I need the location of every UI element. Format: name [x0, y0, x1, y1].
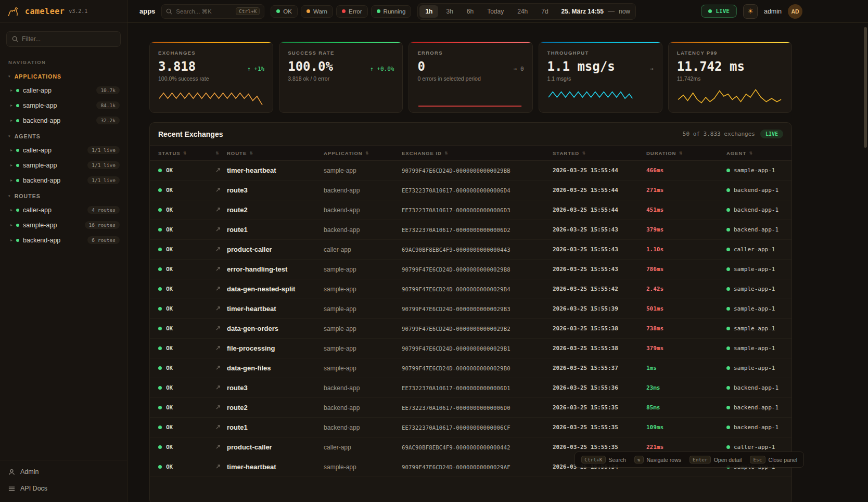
application-name: sample-app — [324, 167, 402, 174]
status-dot — [158, 169, 162, 172]
column-header-application[interactable]: APPLICATION⇅ — [324, 150, 402, 156]
column-header-duration[interactable]: DURATION⇅ — [646, 150, 726, 156]
hint-key: Esc — [750, 456, 765, 464]
table-row[interactable]: OK timer-heartbeat sample-app 90799F47E6… — [150, 299, 792, 319]
exchange-id: 90799F47E6CD24D-00000000000029B8 — [402, 266, 553, 273]
route-name: route2 — [227, 404, 324, 411]
sidebar-item-label: caller-app — [23, 207, 84, 214]
agent-status-dot — [726, 386, 730, 390]
sun-icon: ☀ — [747, 7, 754, 15]
section-label: ROUTES — [15, 193, 41, 199]
table-row[interactable]: OK product-caller caller-app 69AC90BF8EB… — [150, 240, 792, 260]
chevron-down-icon: ▾ — [8, 74, 11, 79]
avatar[interactable]: AD — [788, 4, 802, 19]
sidebar-item-agent[interactable]: ▸ backend-app 1/1 live — [0, 173, 127, 188]
duration-value: 23ms — [646, 384, 726, 391]
time-range-button[interactable]: 3h — [440, 5, 458, 18]
application-name: sample-app — [324, 305, 402, 313]
table-row[interactable]: OK data-gen-orders sample-app 90799F47E6… — [150, 319, 792, 339]
agent-name: backend-app-1 — [734, 207, 778, 213]
logo-row: cameleer v3.2.1 — [0, 0, 127, 23]
time-range-button[interactable]: 24h — [512, 5, 533, 18]
sidebar-item-route[interactable]: ▸ backend-app 6 routes — [0, 233, 127, 248]
time-range-button[interactable]: 1h — [419, 5, 438, 18]
sidebar-item-agent[interactable]: ▸ caller-app 1/1 live — [0, 143, 127, 158]
status-dot — [16, 149, 19, 152]
agent-name: backend-app-1 — [734, 404, 778, 411]
table-row[interactable]: OK route3 backend-app EE7322370A10617-00… — [150, 181, 792, 200]
status-filter-chip[interactable]: Warn — [301, 5, 333, 18]
application-name: backend-app — [324, 384, 402, 392]
time-range-button[interactable]: 7d — [535, 5, 554, 18]
section-header-applications[interactable]: ▾ APPLICATIONS — [0, 68, 127, 83]
duration-value: 786ms — [646, 266, 726, 273]
status-cell: OK — [158, 207, 215, 213]
stat-trend: → 0 — [514, 66, 524, 72]
filter-input[interactable] — [22, 35, 115, 43]
sidebar-item-agent[interactable]: ▸ sample-app 1/1 live — [0, 158, 127, 173]
agent-cell: sample-app-1 — [726, 325, 792, 332]
route-name: route3 — [227, 384, 324, 392]
agent-cell: sample-app-1 — [726, 266, 792, 273]
live-button[interactable]: LIVE — [701, 5, 737, 18]
application-name: sample-app — [324, 325, 402, 332]
agent-name: sample-app-1 — [734, 286, 775, 292]
table-row[interactable]: OK route1 backend-app EE7322370A10617-00… — [150, 220, 792, 240]
section-header-agents[interactable]: ▾ AGENTS — [0, 128, 127, 143]
theme-toggle-button[interactable]: ☀ — [743, 4, 758, 19]
column-header-status[interactable]: STATUS⇅ — [158, 150, 215, 156]
chevron-down-icon: ▾ — [8, 134, 11, 138]
list-icon — [8, 485, 15, 492]
column-header-route[interactable]: ROUTE⇅ — [227, 150, 324, 156]
column-header-started[interactable]: STARTED⇅ — [553, 150, 646, 156]
table-row[interactable]: OK route3 backend-app EE7322370A10617-00… — [150, 378, 792, 398]
status-dot — [16, 89, 19, 92]
table-row[interactable]: OK route2 backend-app EE7322370A10617-00… — [150, 398, 792, 418]
sort-icon: ⇅ — [249, 151, 253, 156]
table-row[interactable]: OK file-processing sample-app 90799F47E6… — [150, 339, 792, 358]
chevron-right-icon: ▸ — [10, 238, 12, 242]
sidebar-item-application[interactable]: ▸ backend-app 32.2k — [0, 113, 127, 128]
status-dot — [158, 426, 162, 429]
status-cell: OK — [158, 345, 215, 352]
table-row[interactable]: OK route2 backend-app EE7322370A10617-00… — [150, 200, 792, 220]
table-row[interactable]: OK timer-heartbeat sample-app 90799F47E6… — [150, 161, 792, 181]
time-range-button[interactable]: Today — [481, 5, 509, 18]
stat-trend: → — [650, 66, 654, 72]
sidebar-item-label: backend-app — [23, 177, 84, 184]
sidebar-item-route[interactable]: ▸ sample-app 16 routes — [0, 217, 127, 233]
agent-status-dot — [726, 287, 730, 291]
agent-cell: caller-app-1 — [726, 444, 792, 450]
status-dot — [16, 209, 19, 212]
sidebar-item-api-docs[interactable]: API Docs — [0, 480, 127, 497]
search-shortcut-kbd: Ctrl+K — [236, 7, 260, 15]
column-header-route-icon[interactable]: ⇅ — [215, 151, 227, 156]
search-input[interactable] — [176, 8, 232, 15]
time-range-button[interactable]: 6h — [461, 5, 479, 18]
agent-status-dot — [726, 188, 730, 192]
status-filter-chip[interactable]: Error — [336, 5, 368, 18]
sidebar-item-application[interactable]: ▸ sample-app 84.1k — [0, 98, 127, 113]
table-title: Recent Exchanges — [158, 130, 223, 138]
status-filter-chip[interactable]: OK — [271, 5, 298, 18]
sidebar-item-route[interactable]: ▸ caller-app 4 routes — [0, 202, 127, 217]
column-header-agent[interactable]: AGENT⇅ — [726, 150, 792, 156]
agent-cell: backend-app-1 — [726, 187, 792, 194]
section-label: AGENTS — [15, 133, 41, 139]
status-cell: OK — [158, 167, 215, 174]
search-box[interactable]: Ctrl+K — [161, 4, 264, 19]
section-header-routes[interactable]: ▾ ROUTES — [0, 188, 127, 202]
exchange-id: EE7322370A10617-00000000000006D1 — [402, 385, 553, 391]
application-name: sample-app — [324, 464, 402, 471]
table-row[interactable]: OK data-gen-files sample-app 90799F47E6C… — [150, 358, 792, 378]
column-header-exchange-id[interactable]: EXCHANGE ID⇅ — [402, 150, 553, 156]
table-row[interactable]: OK error-handling-test sample-app 90799F… — [150, 260, 792, 279]
sidebar-filter[interactable] — [6, 31, 121, 47]
table-row[interactable]: OK data-gen-nested-split sample-app 9079… — [150, 279, 792, 299]
status-filter-chip[interactable]: Running — [371, 5, 412, 18]
sidebar-item-admin[interactable]: Admin — [0, 464, 127, 480]
scrollbar-thumb[interactable] — [864, 27, 867, 148]
table-row[interactable]: OK route1 backend-app EE7322370A10617-00… — [150, 418, 792, 437]
status-cell: OK — [158, 305, 215, 312]
sidebar-item-application[interactable]: ▸ caller-app 10.7k — [0, 83, 127, 98]
